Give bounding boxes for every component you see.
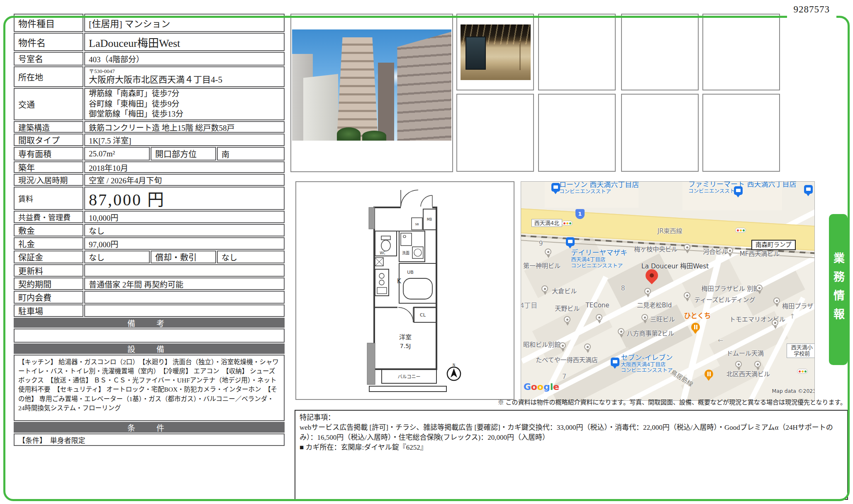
map-label: ↑ [790,313,795,321]
field-value: 空室 / 2026年4月下旬 [84,174,285,186]
section-header-remarks: 備 考 [14,318,285,328]
table-row: 所在地 〒530-0047 大阪府大阪市北区西天満４丁目4-5 [14,66,285,87]
map-label: セブン-イレブン大阪西天満4丁目店コンビニエンスストア [621,353,673,374]
map-label: 北区西天満ビル [726,371,770,378]
field-value: 鉄筋コンクリート造 地上15階 総戸数58戸 [84,121,285,133]
table-row: 更新料 [14,264,285,277]
field-label: 交通 [14,88,83,120]
field-label: 物件種目 [14,14,83,32]
map-label: Google [524,382,560,392]
field-label: 駐車場 [14,304,83,317]
field-label: 号室名 [14,52,83,66]
map-pin-g-icon [726,247,733,254]
map-label: ティーズビルディング [694,297,755,304]
field-label: 物件名 [14,33,83,51]
compass-north-label: N [453,363,455,367]
map-label: デイリーヤマザキ西天満4丁目店コンビニエンスストア [571,248,627,269]
map-label: 昭和ビル別館 [523,341,561,349]
photo-placeholder [456,94,534,172]
field-value: [住居用] マンション [84,14,285,32]
table-row: 敷金 なし [14,224,285,236]
floorplan-label: CL [420,312,426,318]
map-label: 西天満小学校前 [787,343,815,358]
map-label: TECone [586,302,609,309]
floorplan-label: UB [407,270,414,275]
map-label-sub: コンビニエンスストア [621,368,673,374]
table-row: 号室名 403（4階部分） [14,52,285,66]
field-value: 25.07m² [84,147,150,161]
map-label: ひとくち [684,312,711,320]
table-row: 現況/入居時期 空室 / 2026年4月下旬 [14,174,285,186]
field-label: 開口部方位 [151,147,216,161]
business-info-tab[interactable]: 業務情報 [829,214,848,365]
section-header-equipment: 設 備 [14,343,285,354]
floorplan-label: 洗面 [402,251,409,255]
conditions-text: 【条件】 単身者限定 [14,433,285,446]
field-label: 更新料 [14,264,83,277]
map-label: JR東西線 [658,228,682,235]
floorplan-label: K [397,278,402,285]
building-shape [337,37,378,141]
table-row: 駐車場 [14,304,285,317]
field-value: 〒530-0047 大阪府大阪市北区西天満４丁目4-5 [84,66,285,87]
map-label: 天野ビル [555,305,580,313]
field-value: 97,000円 [84,237,285,250]
photo-placeholder [702,14,780,90]
field-label: 建築構造 [14,121,83,133]
map-label: 第一神明ビル [523,263,561,270]
field-value [84,264,285,277]
map-label: Map data ©2023 [772,388,815,394]
photo-placeholder [538,94,616,172]
special-notes-box: 特記事項： webサービス広告掲載 [許可]・チラシ、雑誌等掲載広告 [要確認]… [295,410,848,500]
building-shape [397,32,451,141]
field-value: LaDouceur梅田West [84,33,285,51]
tree-shape [362,131,386,141]
map-pin-conv-icon [734,186,743,195]
entrance-photo [461,24,531,80]
postal-code: 〒530-0047 [89,68,115,75]
wall-edge-shape [519,41,521,70]
field-label: 現況/入居時期 [14,174,83,186]
map-label: 八方商事第2ビル [627,330,675,338]
map-label-sub: コンビニエンスストア [571,263,627,269]
map-label: 河合ビル [703,248,728,256]
field-label: 保証金 [14,251,83,263]
map-signal-icon [735,228,746,233]
photo-entrance [456,14,534,90]
map-pin-food-icon [691,323,700,331]
map-pin-conv-icon [611,358,619,366]
field-label: 契約期間 [14,278,83,290]
map-label: 梅田プラザ [782,303,813,310]
map-pin-g-icon [564,316,570,323]
field-label: 賃料 [14,187,83,210]
field-label: 敷金 [14,224,83,236]
map-pin-g-icon [773,297,780,304]
map-pin-g-icon [584,343,591,350]
floorplan-label: WC [380,251,385,255]
table-row: 物件名 LaDouceur梅田West [14,33,285,51]
map-pin-conv-icon [804,185,813,194]
map-label: 8 [621,285,625,292]
section-header-conditions: 条 件 [14,422,285,433]
transit-line: 御堂筋線「梅田」徒歩13分 [89,109,183,119]
floorplan: MB SB WC 洗面 K UB CL 洋室 7.5J バルコニー N [295,181,514,400]
field-label: 間取タイプ [14,134,83,146]
map-pin-g-icon [644,288,651,295]
map-label: 4丁目 [521,302,537,310]
map-pin-g-icon [756,285,763,291]
photo-exterior [290,14,453,172]
map-disclaimer: ※ この資料は物件の概略紹介資料になります。写真、間取図面、設備、概要などが現況… [332,397,846,406]
map-signal-icon [562,221,573,226]
map-label: 二見老松Bld [637,302,672,309]
field-label: 所在地 [14,66,83,87]
map-label: 三旺ビル [650,316,675,324]
table-row: 交通 堺筋線「南森町」徒歩7分 谷町線「東梅田」徒歩9分 御堂筋線「梅田」徒歩1… [14,88,285,120]
map-label: 南森町ランプ [751,240,796,250]
field-value: 2018年10月 [84,161,285,173]
property-sheet: { "page": { "doc_number": "9287573", "si… [0,0,853,504]
field-label: 礼金 [14,237,83,250]
field-label: 償却・敷引 [151,251,216,263]
property-table: 物件種目 [住居用] マンション 物件名 LaDouceur梅田West 号室名… [14,14,285,446]
map-pin-g-icon [596,314,602,321]
field-value: なし [84,251,150,263]
